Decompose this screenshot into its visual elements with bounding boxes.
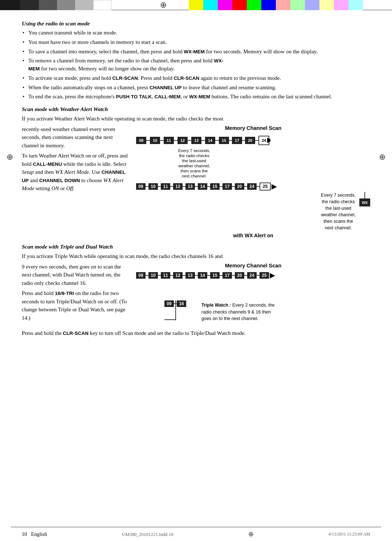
keyword-pushtotalk: PUSH TO TALK bbox=[116, 94, 152, 99]
svg-text:15: 15 bbox=[222, 138, 226, 143]
ch2-11: 11 bbox=[161, 272, 170, 279]
svg-text:20: 20 bbox=[248, 138, 252, 143]
weather-text-2: To turn Weather Alert Watch on or off, p… bbox=[22, 152, 129, 193]
keyword-chandown: CHANNEL DOWN bbox=[39, 178, 80, 183]
svg-text:▶: ▶ bbox=[267, 136, 270, 144]
bullet-1: You cannot transmit while in scan mode. bbox=[22, 29, 370, 37]
bullet-3: To save a channel into memory, select th… bbox=[22, 48, 370, 56]
bullet-2: You must have two or more channels in me… bbox=[22, 38, 370, 46]
connector bbox=[146, 186, 148, 187]
svg-text:Every 7 seconds,: Every 7 seconds, bbox=[178, 148, 210, 153]
svg-text:08: 08 bbox=[139, 138, 143, 143]
off-text: Off bbox=[66, 185, 73, 191]
con bbox=[146, 275, 148, 276]
gray-block-1 bbox=[39, 0, 57, 10]
svg-text:12: 12 bbox=[180, 138, 185, 143]
top-color-bar: ⊕ bbox=[0, 0, 392, 10]
section-weather-alert: Scan mode with Weather Alert Watch If yo… bbox=[22, 106, 370, 238]
weather-alert-two-col: recently-used weather channel every seve… bbox=[22, 125, 370, 239]
keyword-callmenu: CALL-MENU bbox=[33, 161, 62, 167]
ch-11: 11 bbox=[161, 183, 170, 190]
diagram1-note-row: Every 7 seconds,the radio checksthe last… bbox=[136, 192, 370, 231]
connector bbox=[170, 186, 173, 187]
ch-14: 14 bbox=[198, 183, 207, 190]
svg-text:next channel.: next channel. bbox=[182, 174, 207, 178]
black-block-1 bbox=[0, 0, 20, 10]
blue-block bbox=[261, 0, 276, 10]
bullet-5: To activate scan mode, press and hold CL… bbox=[22, 74, 370, 82]
triple-text-2: Press and hold 16/9-TRI on the radio for… bbox=[22, 289, 129, 322]
light-green-block bbox=[290, 0, 305, 10]
keyword-chanup-1: CHANNEL UP bbox=[150, 85, 181, 90]
svg-text:17: 17 bbox=[235, 138, 239, 143]
svg-text:the radio checks: the radio checks bbox=[179, 153, 209, 158]
keyword-clrscan-final: CLR-SCAN bbox=[63, 331, 89, 336]
con bbox=[232, 275, 235, 276]
connector bbox=[183, 186, 185, 187]
con bbox=[170, 275, 173, 276]
scan-diagram-svg-1: 08 10 11 12 13 14 bbox=[136, 134, 270, 181]
light-red-block bbox=[276, 0, 290, 10]
wx-box-container: wx bbox=[359, 192, 370, 206]
diagram1-note: Every 7 seconds,the radio checksthe last… bbox=[321, 192, 356, 231]
ch2-16: 16 bbox=[177, 300, 186, 307]
section2-heading: Scan mode with Weather Alert Watch bbox=[22, 106, 370, 112]
con bbox=[220, 275, 222, 276]
ch2-14: 14 bbox=[198, 272, 207, 279]
triple-diagram-lower: 09 16 Triple Watch : Every 2 seconds, th… bbox=[136, 300, 370, 307]
weather-text-1: recently-used weather channel every seve… bbox=[22, 125, 129, 150]
black-block-2 bbox=[20, 0, 39, 10]
channel-boxes-row-1: 08 10 11 12 13 14 15 17 bbox=[136, 183, 370, 190]
wx-alert-mode-text: WX Alert Mode bbox=[55, 169, 89, 175]
ch-17: 17 bbox=[222, 183, 232, 190]
ch2-25: 25 bbox=[260, 272, 269, 279]
connector bbox=[220, 186, 222, 187]
svg-text:then scans the: then scans the bbox=[181, 169, 208, 173]
connector bbox=[244, 186, 247, 187]
con bbox=[257, 275, 260, 276]
section3-intro: If you activate Triple Watch while opera… bbox=[22, 252, 370, 261]
footer-crosshair-center: ⊕ bbox=[248, 530, 254, 538]
keyword-wxmem-3: WX-MEM bbox=[189, 94, 210, 99]
footer-file-info: UM380_20101221.indd 10 bbox=[122, 531, 173, 537]
section1-heading: Using the radio in scan mode bbox=[22, 20, 370, 27]
footer-file-text: UM380_20101221.indd 10 bbox=[122, 532, 173, 537]
triple-watch-two-col: 9 every two seconds, then goes on to sca… bbox=[22, 263, 370, 324]
vertical-line-icon bbox=[175, 300, 176, 320]
light-magenta-block bbox=[334, 0, 348, 10]
white-block bbox=[93, 0, 111, 10]
bullet-4: To remove a channel from memory, set the… bbox=[22, 57, 370, 73]
gray-block-3 bbox=[75, 0, 93, 10]
section-scan-mode: Using the radio in scan mode You cannot … bbox=[22, 20, 370, 101]
ch2-17: 17 bbox=[222, 272, 232, 279]
keyword-wxmem-1: WX-MEM bbox=[184, 49, 205, 54]
con bbox=[207, 275, 210, 276]
svg-text:the last-used: the last-used bbox=[182, 159, 206, 163]
ch2-08: 08 bbox=[136, 272, 146, 279]
cyan-block bbox=[203, 0, 218, 10]
lang-text: English bbox=[31, 531, 47, 537]
connector bbox=[257, 186, 260, 187]
section2-intro: If you activate Weather Alert Watch whil… bbox=[22, 115, 370, 123]
memory-scan-diagram-1: Memory Channel Scan 08 10 11 12 bbox=[136, 125, 370, 239]
con bbox=[158, 275, 161, 276]
diagram1-html: 08 10 11 12 13 14 15 17 bbox=[136, 183, 370, 239]
svg-text:11: 11 bbox=[167, 138, 171, 143]
light-blue-block bbox=[305, 0, 319, 10]
svg-text:13: 13 bbox=[194, 138, 199, 143]
footer-date-text: 4/13/2011 11:25:09 AM bbox=[328, 532, 370, 537]
svg-text:10: 10 bbox=[153, 138, 157, 143]
ch-24: 24 bbox=[247, 183, 257, 190]
red-block bbox=[232, 0, 247, 10]
connector bbox=[158, 186, 161, 187]
svg-text:14: 14 bbox=[208, 138, 213, 143]
weather-alert-text: recently-used weather channel every seve… bbox=[22, 125, 129, 239]
ch2-20: 20 bbox=[235, 272, 244, 279]
bullet-7: To end the scan, press the microphone's … bbox=[22, 93, 370, 101]
ch2-15: 15 bbox=[210, 272, 220, 279]
ch-25: 25 bbox=[260, 183, 271, 190]
triple-watch-label: Triple Watch : bbox=[201, 303, 231, 308]
diagram1-title: Memory Channel Scan bbox=[136, 125, 370, 131]
left-crosshair-icon: ⊕ bbox=[7, 152, 13, 162]
ch2-24: 24 bbox=[247, 272, 257, 279]
